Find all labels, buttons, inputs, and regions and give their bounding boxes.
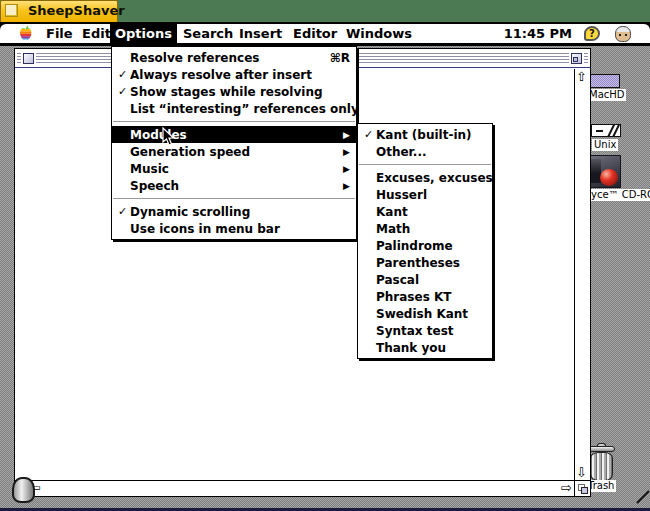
zoom-box-inner — [573, 57, 578, 62]
checkmark-icon: ✓ — [118, 205, 130, 218]
menu-item-always-resolve[interactable]: ✓ Always resolve after insert — [112, 66, 356, 83]
menu-item-resolve-references[interactable]: Resolve references ⌘R — [112, 49, 356, 66]
machd-label[interactable]: MacHD — [587, 89, 626, 101]
submenu-item-thank-you[interactable]: Thank you — [358, 339, 492, 356]
options-menu: Resolve references ⌘R ✓ Always resolve a… — [111, 46, 357, 240]
menu-item-list-interesting[interactable]: List “interesting” references only — [112, 100, 356, 117]
resize-corner-icon[interactable] — [636, 489, 650, 508]
unix-label[interactable]: Unix — [592, 139, 618, 151]
menu-separator — [112, 194, 356, 203]
wm-menu-button[interactable] — [5, 4, 18, 17]
menu-search[interactable]: Search — [183, 24, 233, 43]
submenu-item-other[interactable]: Other... — [358, 143, 492, 160]
checkmark-icon: ✓ — [364, 128, 376, 141]
vertical-scrollbar[interactable]: ⇧ ⇩ — [574, 69, 590, 480]
menu-windows[interactable]: Windows — [346, 24, 412, 43]
submenu-item-palindrome[interactable]: Palindrome — [358, 237, 492, 254]
machd-disk-icon[interactable] — [589, 74, 620, 88]
cdrom-disk-icon[interactable] — [588, 155, 621, 188]
submenu-item-swedish-kant[interactable]: Swedish Kant — [358, 305, 492, 322]
submenu-arrow-icon: ▶ — [343, 147, 350, 157]
modules-submenu: ✓ Kant (built-in) Other... Excuses, excu… — [357, 123, 493, 359]
menu-item-dynamic-scrolling[interactable]: ✓ Dynamic scrolling — [112, 203, 356, 220]
shortcut-label: ⌘R — [330, 51, 350, 65]
submenu-item-pascal[interactable]: Pascal — [358, 271, 492, 288]
trash-icon[interactable] — [588, 443, 615, 481]
menu-item-speech[interactable]: Speech ▶ — [112, 177, 356, 194]
application-menu-icon[interactable] — [615, 26, 631, 42]
wm-window-title: SheepShaver — [28, 3, 125, 18]
zoom-box[interactable] — [571, 53, 582, 64]
close-box[interactable] — [23, 53, 34, 64]
submenu-item-kant-builtin[interactable]: ✓ Kant (built-in) — [358, 126, 492, 143]
submenu-item-syntax-test[interactable]: Syntax test — [358, 322, 492, 339]
scroll-up-icon[interactable]: ⇧ — [576, 70, 587, 83]
unix-disk-icon[interactable] — [591, 124, 621, 137]
wm-tab[interactable]: SheepShaver — [0, 0, 118, 22]
menu-item-modules[interactable]: Modules ▶ — [112, 126, 356, 143]
unix-icon-dash — [596, 130, 603, 132]
submenu-item-parentheses[interactable]: Parentheses — [358, 254, 492, 271]
menu-edit[interactable]: Edit — [82, 24, 111, 43]
submenu-item-phrases-kt[interactable]: Phrases KT — [358, 288, 492, 305]
menu-file[interactable]: File — [46, 24, 73, 43]
submenu-item-excuses[interactable]: Excuses, excuses — [358, 169, 492, 186]
sheepshaver-window: SheepShaver — [0, 0, 650, 511]
trash-body — [590, 452, 613, 481]
grow-box[interactable] — [574, 480, 590, 496]
menu-separator — [112, 117, 356, 126]
apple-menu-icon[interactable] — [19, 26, 32, 41]
checkmark-icon: ✓ — [118, 85, 130, 98]
submenu-item-math[interactable]: Math — [358, 220, 492, 237]
menu-insert[interactable]: Insert — [239, 24, 282, 43]
grow-box-icon — [581, 487, 588, 494]
desktop: MacHD Unix yce™ CD-RO Trash — [0, 46, 650, 508]
submenu-arrow-icon: ▶ — [343, 130, 350, 140]
submenu-arrow-icon: ▶ — [343, 164, 350, 174]
menubar-clock: 11:45 PM — [504, 24, 572, 43]
menu-options[interactable]: Options — [110, 24, 177, 43]
window-corner-glyph — [12, 477, 35, 503]
menu-editor[interactable]: Editor — [293, 24, 337, 43]
menubar: File Edit Options Search Insert Editor W… — [0, 24, 650, 45]
menu-item-show-stages[interactable]: ✓ Show stages while resolving — [112, 83, 356, 100]
mac-screen: File Edit Options Search Insert Editor W… — [0, 22, 650, 511]
scroll-right-icon[interactable]: ⇨ — [561, 481, 572, 494]
submenu-item-husserl[interactable]: Husserl — [358, 186, 492, 203]
balloon-help-icon[interactable]: ? — [584, 26, 600, 41]
cdrom-icon-red-ball — [600, 169, 618, 186]
scroll-down-icon[interactable]: ⇩ — [576, 466, 587, 479]
mouse-cursor-icon — [162, 127, 175, 150]
menu-item-use-icons[interactable]: Use icons in menu bar — [112, 220, 356, 237]
checkmark-icon: ✓ — [118, 68, 130, 81]
submenu-arrow-icon: ▶ — [343, 181, 350, 191]
submenu-item-kant[interactable]: Kant — [358, 203, 492, 220]
menu-item-music[interactable]: Music ▶ — [112, 160, 356, 177]
menu-separator — [358, 160, 492, 169]
menu-item-generation-speed[interactable]: Generation speed ▶ — [112, 143, 356, 160]
horizontal-scrollbar[interactable]: ⇦ ⇨ — [15, 480, 574, 496]
